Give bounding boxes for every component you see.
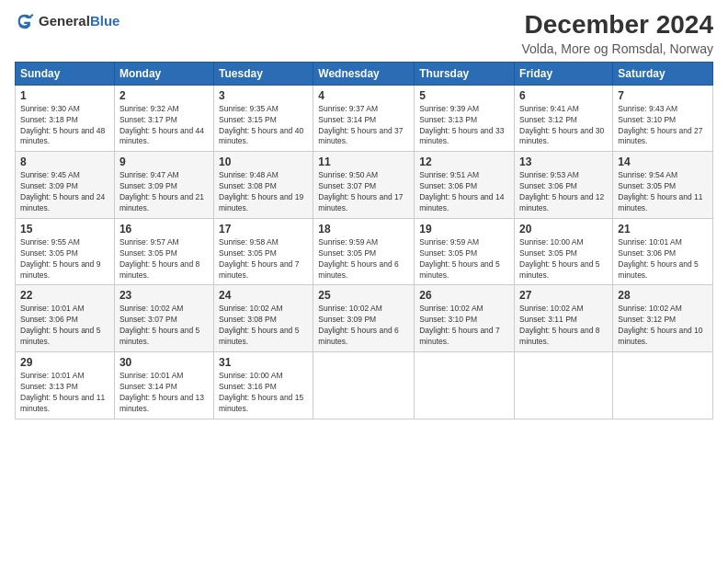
- calendar-header-thursday: Thursday: [415, 62, 515, 85]
- calendar-cell: 16Sunrise: 9:57 AMSunset: 3:05 PMDayligh…: [114, 218, 213, 285]
- day-number: 14: [618, 155, 708, 168]
- day-info: Sunrise: 9:41 AMSunset: 3:12 PMDaylight:…: [519, 104, 608, 148]
- calendar-cell: 20Sunrise: 10:00 AMSunset: 3:05 PMDaylig…: [515, 218, 613, 285]
- logo: GeneralBlue: [15, 11, 119, 31]
- day-number: 11: [318, 155, 409, 168]
- day-number: 7: [618, 89, 708, 102]
- day-number: 13: [519, 155, 608, 168]
- day-number: 12: [419, 155, 509, 168]
- calendar-header-saturday: Saturday: [613, 62, 713, 85]
- day-info: Sunrise: 9:59 AMSunset: 3:05 PMDaylight:…: [318, 237, 409, 282]
- day-info: Sunrise: 9:59 AMSunset: 3:05 PMDaylight:…: [419, 237, 509, 282]
- day-info: Sunrise: 10:02 AMSunset: 3:11 PMDaylight…: [519, 304, 608, 348]
- calendar-cell: 19Sunrise: 9:59 AMSunset: 3:05 PMDayligh…: [415, 218, 515, 285]
- calendar-cell: 10Sunrise: 9:48 AMSunset: 3:08 PMDayligh…: [214, 152, 313, 219]
- day-number: 5: [419, 89, 509, 102]
- calendar-week-row: 1Sunrise: 9:30 AMSunset: 3:18 PMDaylight…: [16, 85, 713, 152]
- day-info: Sunrise: 10:02 AMSunset: 3:08 PMDaylight…: [219, 304, 308, 348]
- day-info: Sunrise: 9:39 AMSunset: 3:13 PMDaylight:…: [419, 104, 509, 148]
- day-info: Sunrise: 9:47 AMSunset: 3:09 PMDaylight:…: [119, 170, 209, 214]
- calendar-cell: 11Sunrise: 9:50 AMSunset: 3:07 PMDayligh…: [313, 152, 415, 219]
- calendar-cell: 24Sunrise: 10:02 AMSunset: 3:08 PMDaylig…: [214, 285, 313, 352]
- day-info: Sunrise: 9:51 AMSunset: 3:06 PMDaylight:…: [419, 170, 509, 214]
- day-number: 6: [519, 89, 608, 102]
- calendar-header-row: SundayMondayTuesdayWednesdayThursdayFrid…: [16, 62, 713, 85]
- day-number: 30: [119, 356, 209, 369]
- day-number: 21: [618, 223, 708, 236]
- day-number: 24: [219, 289, 308, 302]
- calendar-cell: 21Sunrise: 10:01 AMSunset: 3:06 PMDaylig…: [613, 218, 713, 285]
- calendar-header-sunday: Sunday: [16, 62, 115, 85]
- day-info: Sunrise: 10:01 AMSunset: 3:06 PMDaylight…: [618, 237, 708, 282]
- day-info: Sunrise: 10:01 AMSunset: 3:13 PMDaylight…: [20, 371, 109, 415]
- calendar-cell: 9Sunrise: 9:47 AMSunset: 3:09 PMDaylight…: [114, 152, 213, 219]
- day-info: Sunrise: 9:48 AMSunset: 3:08 PMDaylight:…: [219, 170, 308, 214]
- calendar-week-row: 8Sunrise: 9:45 AMSunset: 3:09 PMDaylight…: [16, 152, 713, 219]
- day-number: 1: [20, 89, 109, 102]
- day-number: 31: [219, 356, 308, 369]
- calendar-cell: 25Sunrise: 10:02 AMSunset: 3:09 PMDaylig…: [313, 285, 415, 352]
- calendar-cell: 2Sunrise: 9:32 AMSunset: 3:17 PMDaylight…: [114, 85, 213, 152]
- day-info: Sunrise: 10:00 AMSunset: 3:05 PMDaylight…: [519, 237, 608, 282]
- day-info: Sunrise: 9:53 AMSunset: 3:06 PMDaylight:…: [519, 170, 608, 214]
- day-info: Sunrise: 10:01 AMSunset: 3:14 PMDaylight…: [119, 371, 209, 415]
- day-info: Sunrise: 10:02 AMSunset: 3:12 PMDaylight…: [618, 304, 708, 348]
- day-number: 27: [519, 289, 608, 302]
- day-info: Sunrise: 9:45 AMSunset: 3:09 PMDaylight:…: [20, 170, 109, 214]
- calendar-cell: 17Sunrise: 9:58 AMSunset: 3:05 PMDayligh…: [214, 218, 313, 285]
- day-number: 28: [618, 289, 708, 302]
- day-info: Sunrise: 9:30 AMSunset: 3:18 PMDaylight:…: [20, 104, 109, 148]
- calendar-cell: [613, 352, 713, 419]
- calendar-header-friday: Friday: [515, 62, 613, 85]
- calendar-cell: 31Sunrise: 10:00 AMSunset: 3:16 PMDaylig…: [214, 352, 313, 419]
- day-number: 25: [318, 289, 409, 302]
- title-block: December 2024 Volda, More og Romsdal, No…: [521, 11, 713, 56]
- calendar-cell: 14Sunrise: 9:54 AMSunset: 3:05 PMDayligh…: [613, 152, 713, 219]
- calendar-cell: 26Sunrise: 10:02 AMSunset: 3:10 PMDaylig…: [415, 285, 515, 352]
- calendar-cell: 30Sunrise: 10:01 AMSunset: 3:14 PMDaylig…: [114, 352, 213, 419]
- day-number: 2: [119, 89, 209, 102]
- day-number: 16: [119, 223, 209, 236]
- day-number: 20: [519, 223, 608, 236]
- main-title: December 2024: [521, 11, 713, 40]
- calendar-cell: 15Sunrise: 9:55 AMSunset: 3:05 PMDayligh…: [16, 218, 115, 285]
- calendar-header-wednesday: Wednesday: [313, 62, 415, 85]
- day-number: 22: [20, 289, 109, 302]
- calendar-cell: [415, 352, 515, 419]
- day-number: 17: [219, 223, 308, 236]
- calendar-cell: [515, 352, 613, 419]
- calendar-cell: 7Sunrise: 9:43 AMSunset: 3:10 PMDaylight…: [613, 85, 713, 152]
- subtitle: Volda, More og Romsdal, Norway: [521, 41, 713, 56]
- calendar-week-row: 15Sunrise: 9:55 AMSunset: 3:05 PMDayligh…: [16, 218, 713, 285]
- calendar-cell: 27Sunrise: 10:02 AMSunset: 3:11 PMDaylig…: [515, 285, 613, 352]
- day-number: 23: [119, 289, 209, 302]
- calendar-header-monday: Monday: [114, 62, 213, 85]
- calendar-cell: 1Sunrise: 9:30 AMSunset: 3:18 PMDaylight…: [16, 85, 115, 152]
- day-info: Sunrise: 10:02 AMSunset: 3:09 PMDaylight…: [318, 304, 409, 348]
- day-info: Sunrise: 9:37 AMSunset: 3:14 PMDaylight:…: [318, 104, 409, 148]
- day-number: 8: [20, 155, 109, 168]
- day-number: 18: [318, 223, 409, 236]
- day-number: 9: [119, 155, 209, 168]
- calendar-header-tuesday: Tuesday: [214, 62, 313, 85]
- day-number: 29: [20, 356, 109, 369]
- page: GeneralBlue December 2024 Volda, More og…: [0, 0, 728, 563]
- calendar-cell: 18Sunrise: 9:59 AMSunset: 3:05 PMDayligh…: [313, 218, 415, 285]
- day-info: Sunrise: 10:00 AMSunset: 3:16 PMDaylight…: [219, 371, 308, 415]
- day-info: Sunrise: 10:01 AMSunset: 3:06 PMDaylight…: [20, 304, 109, 348]
- day-info: Sunrise: 9:55 AMSunset: 3:05 PMDaylight:…: [20, 237, 109, 282]
- day-info: Sunrise: 10:02 AMSunset: 3:10 PMDaylight…: [419, 304, 509, 348]
- calendar-table: SundayMondayTuesdayWednesdayThursdayFrid…: [15, 62, 713, 419]
- calendar-week-row: 22Sunrise: 10:01 AMSunset: 3:06 PMDaylig…: [16, 285, 713, 352]
- calendar-cell: [313, 352, 415, 419]
- calendar-cell: 8Sunrise: 9:45 AMSunset: 3:09 PMDaylight…: [16, 152, 115, 219]
- calendar-cell: 12Sunrise: 9:51 AMSunset: 3:06 PMDayligh…: [415, 152, 515, 219]
- calendar-cell: 5Sunrise: 9:39 AMSunset: 3:13 PMDaylight…: [415, 85, 515, 152]
- day-info: Sunrise: 9:35 AMSunset: 3:15 PMDaylight:…: [219, 104, 308, 148]
- day-number: 15: [20, 223, 109, 236]
- calendar-cell: 22Sunrise: 10:01 AMSunset: 3:06 PMDaylig…: [16, 285, 115, 352]
- day-info: Sunrise: 9:54 AMSunset: 3:05 PMDaylight:…: [618, 170, 708, 214]
- calendar-cell: 13Sunrise: 9:53 AMSunset: 3:06 PMDayligh…: [515, 152, 613, 219]
- day-number: 26: [419, 289, 509, 302]
- day-info: Sunrise: 9:32 AMSunset: 3:17 PMDaylight:…: [119, 104, 209, 148]
